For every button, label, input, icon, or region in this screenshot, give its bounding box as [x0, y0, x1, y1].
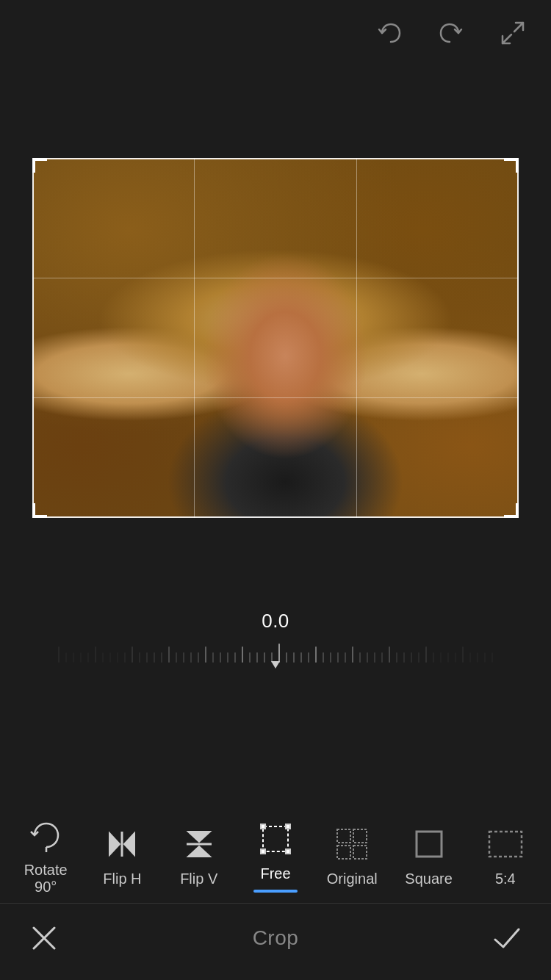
dial-tick — [242, 646, 243, 663]
rotation-dial[interactable] — [0, 635, 551, 669]
dial-tick — [352, 646, 353, 663]
dial-tick — [154, 652, 155, 663]
tool-free-label: Free — [260, 865, 290, 882]
dial-tick — [264, 652, 265, 663]
svg-rect-16 — [337, 846, 350, 859]
dial-tick — [374, 652, 375, 663]
top-toolbar — [0, 0, 551, 66]
photo — [32, 158, 519, 518]
dial-tick — [315, 646, 317, 663]
tool-flip-h-label: Flip H — [103, 871, 141, 887]
dial-tick — [190, 652, 192, 663]
bottom-bar: Crop — [0, 903, 551, 980]
dial-tick — [183, 652, 184, 663]
square-icon — [408, 824, 450, 865]
dial-tick — [220, 652, 221, 663]
dial-tick — [477, 652, 478, 663]
tool-aspect54[interactable]: 5:4 — [472, 824, 539, 887]
redo-button[interactable] — [435, 17, 467, 49]
dial-tick — [462, 646, 464, 663]
dial-tick — [109, 652, 111, 663]
svg-rect-14 — [337, 829, 350, 843]
tool-flip-h[interactable]: Flip H — [89, 824, 155, 887]
tool-free[interactable]: Free — [242, 818, 309, 893]
crop-wrapper[interactable] — [32, 158, 519, 518]
svg-rect-11 — [286, 824, 290, 829]
dial-tick — [367, 652, 368, 663]
dial-tick — [381, 652, 383, 663]
dial-tick — [491, 652, 493, 663]
confirm-button[interactable] — [485, 916, 529, 960]
tool-square[interactable]: Square — [396, 824, 462, 887]
svg-marker-5 — [124, 833, 134, 855]
dial-tick — [212, 652, 214, 663]
expand-button[interactable] — [497, 17, 529, 49]
dial-tick — [469, 652, 471, 663]
tick-container — [0, 635, 551, 663]
original-icon — [331, 824, 372, 865]
dial-tick — [176, 652, 177, 663]
free-icon — [255, 818, 296, 860]
dial-tick — [95, 646, 96, 663]
svg-marker-6 — [188, 832, 210, 842]
svg-rect-15 — [353, 829, 367, 843]
dial-tick — [323, 652, 324, 663]
tool-rotate90-label: Rotate 90° — [12, 862, 79, 896]
dial-tick — [433, 652, 434, 663]
dial-tick — [146, 652, 148, 663]
dial-tick — [403, 652, 405, 663]
dial-tick — [278, 644, 280, 663]
dial-tick — [117, 652, 118, 663]
flip-h-icon — [101, 824, 143, 865]
image-container — [0, 66, 551, 610]
svg-rect-12 — [261, 849, 265, 854]
dial-tick — [80, 652, 82, 663]
tool-rotate90[interactable]: Rotate 90° — [12, 815, 79, 896]
dial-tick — [198, 652, 199, 663]
active-indicator — [253, 890, 298, 893]
dial-tick — [139, 652, 140, 663]
dial-tick — [484, 652, 486, 663]
svg-line-0 — [514, 23, 523, 32]
tool-aspect54-label: 5:4 — [495, 871, 516, 887]
undo-button[interactable] — [373, 17, 406, 49]
svg-rect-10 — [261, 824, 265, 829]
tool-original-label: Original — [327, 871, 378, 887]
svg-rect-13 — [286, 849, 290, 854]
tool-flip-v-label: Flip V — [180, 871, 217, 887]
svg-line-1 — [503, 35, 511, 43]
flip-v-icon — [179, 824, 220, 865]
dial-tick — [132, 646, 133, 663]
dial-tick — [249, 652, 251, 663]
dial-tick — [425, 646, 427, 663]
dial-tick — [418, 652, 419, 663]
dial-tick — [227, 652, 228, 663]
svg-rect-9 — [263, 826, 288, 851]
dial-tick — [58, 646, 60, 663]
tool-original[interactable]: Original — [319, 824, 385, 887]
dial-tick — [234, 652, 236, 663]
dial-tick — [411, 652, 412, 663]
dial-tick — [359, 652, 361, 663]
dial-tick — [308, 652, 309, 663]
dial-tick — [286, 652, 287, 663]
rotation-area: 0.0 — [0, 610, 551, 669]
dial-tick — [330, 652, 331, 663]
dial-tick — [455, 652, 456, 663]
dial-tick — [337, 652, 339, 663]
dial-tick — [124, 652, 126, 663]
svg-marker-3 — [109, 833, 120, 855]
svg-rect-18 — [417, 832, 442, 857]
dial-tick — [389, 646, 390, 663]
dial-tick — [73, 652, 74, 663]
dial-tick — [161, 652, 162, 663]
cancel-button[interactable] — [22, 916, 66, 960]
dial-tick — [396, 652, 397, 663]
dial-tick — [65, 652, 67, 663]
rotation-value: 0.0 — [262, 610, 289, 633]
page-title: Crop — [253, 926, 299, 950]
dial-tick — [440, 652, 442, 663]
svg-rect-17 — [353, 846, 367, 859]
tool-flip-v[interactable]: Flip V — [166, 824, 232, 887]
photo-layer — [32, 158, 519, 518]
